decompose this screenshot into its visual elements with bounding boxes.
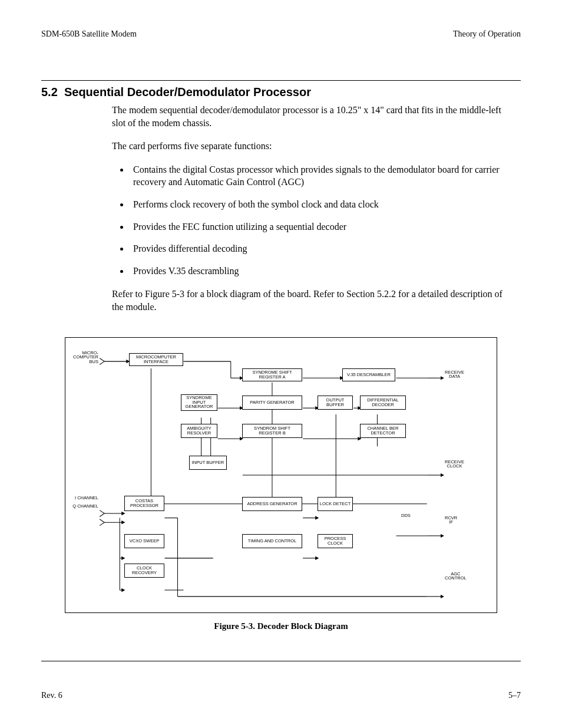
figure-caption: Figure 5-3. Decoder Block Diagram — [41, 621, 521, 631]
page-footer: Rev. 6 5–7 — [41, 691, 521, 700]
blk-channel-ber: CHANNEL BER DETECTOR — [360, 424, 406, 438]
blk-diff-decoder: DIFFERENTIAL DECODER — [360, 396, 406, 410]
blk-micro-interface: MICROCOMPUTER INTERFACE — [129, 353, 183, 366]
blk-parity: PARITY GENERATOR — [242, 396, 302, 410]
blk-costas: COSTAS PROCESSOR — [124, 496, 164, 511]
blk-input-buffer: INPUT BUFFER — [189, 456, 227, 470]
block-diagram: MICRO- COMPUTER BUS I CHANNEL Q CHANNEL … — [65, 337, 497, 613]
io-dds: DDS — [401, 513, 411, 518]
blk-ambiguity: AMBIGUITY RESOLVER — [181, 424, 217, 438]
blk-syndrome-input: SYNDROME INPUT GENERATOR — [181, 394, 217, 411]
list-item: Performs clock recovery of both the symb… — [130, 198, 515, 211]
header-right: Theory of Operation — [453, 29, 521, 39]
io-i-channel: I CHANNEL — [65, 496, 98, 500]
list-item: Provides the FEC function utilizing a se… — [130, 220, 515, 233]
io-receive-data: RECEIVE DATA — [445, 370, 464, 380]
blk-address-gen: ADDRESS GENERATOR — [242, 497, 302, 511]
bottom-rule — [41, 661, 521, 661]
io-receive-clock: RECEIVE CLOCK — [445, 460, 464, 469]
top-rule — [41, 80, 521, 81]
function-list: Contains the digital Costas processor wh… — [130, 163, 515, 278]
footer-left: Rev. 6 — [41, 691, 62, 700]
blk-output-buffer: OUTPUT BUFFER — [318, 396, 353, 410]
blk-process-clock: PROCESS CLOCK — [318, 534, 353, 548]
blk-ssr-b: SYNDROM SHIFT REGISTER B — [242, 424, 302, 438]
paragraph-1: The modem sequential decoder/demodulator… — [112, 104, 515, 129]
paragraph-2: The card performs five separate function… — [112, 140, 515, 153]
list-item: Contains the digital Costas processor wh… — [130, 163, 515, 189]
footer-right: 5–7 — [508, 691, 521, 700]
io-rcvr-if: RCVR IF — [445, 516, 457, 525]
io-micro-bus: MICRO- COMPUTER BUS — [68, 351, 98, 365]
list-item: Provides differential decoding — [130, 242, 515, 255]
blk-ssr-a: SYNDROME SHIFT REGISTER A — [242, 368, 302, 381]
blk-clock-recovery: CLOCK RECOVERY — [124, 564, 164, 578]
section-heading: 5.2 Sequential Decoder/Demodulator Proce… — [41, 85, 521, 99]
body-text: The modem sequential decoder/demodulator… — [112, 104, 515, 314]
blk-v35: V.35 DESCRAMBLER — [342, 368, 395, 381]
blk-timing: TIMING AND CONTROL — [242, 534, 302, 548]
page-header: SDM-650B Satellite Modem Theory of Opera… — [41, 29, 521, 39]
io-agc-control: AGC CONTROL — [445, 572, 467, 581]
io-q-channel: Q CHANNEL — [65, 504, 98, 509]
blk-vcxo: VCXO SWEEP — [124, 534, 164, 548]
header-left: SDM-650B Satellite Modem — [41, 29, 137, 39]
paragraph-3: Refer to Figure 5-3 for a block diagram … — [112, 288, 515, 313]
list-item: Provides V.35 descrambling — [130, 265, 515, 278]
blk-lock-detect: LOCK DETECT — [318, 497, 353, 511]
